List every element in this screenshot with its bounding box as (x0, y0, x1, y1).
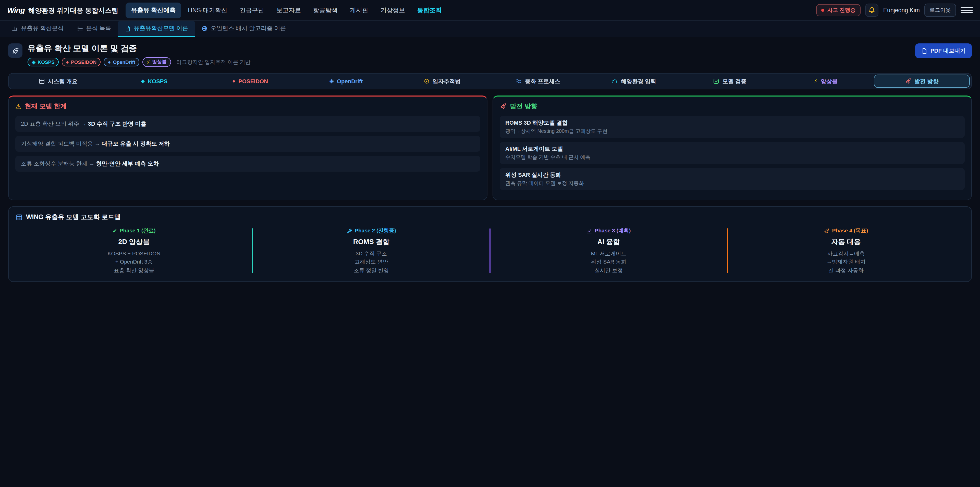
tab-label: 유출유확산모델 이론 (134, 24, 188, 32)
check-square-icon (713, 78, 719, 84)
nav-item-hns-diffusion[interactable]: HNS·대기확산 (182, 2, 233, 18)
nav-item-emergency-rescue[interactable]: 긴급구난 (234, 2, 270, 18)
incident-label: 사고 진행중 (827, 6, 856, 14)
dot-icon: ● (108, 59, 111, 65)
phase-2: Phase 2 (진행중) ROMS 결합 3D 수직 구조 고해상도 연안 조… (253, 227, 490, 274)
app-logo[interactable]: Wing 해양환경 위기대응 통합시스템 (7, 5, 118, 15)
badge-label: POSEIDON (71, 59, 97, 65)
section-nav-label: KOSPS (148, 78, 167, 84)
lightning-icon: ⚡ (814, 79, 818, 84)
section-nav-ocean-environment-input[interactable]: 해양환경 입력 (586, 73, 682, 89)
nav-item-reports[interactable]: 보고자료 (271, 2, 307, 18)
current-limitations-panel: ⚠ 현재 모델 한계 2D 표층 확산 모의 위주 → 3D 수직 구조 반영 … (8, 96, 487, 200)
limitation-strong: 항만·연안 세부 예측 오차 (96, 160, 159, 166)
tab-oil-fence-algorithm-theory[interactable]: 오일펜스 배치 알고리즘 이론 (195, 21, 293, 37)
cloud-icon (612, 78, 618, 84)
section-nav-ensemble[interactable]: ⚡ 앙상블 (778, 73, 874, 89)
future-item-desc: 관측 유막 데이터 모델 보정 자동화 (505, 180, 959, 187)
notifications-button[interactable] (865, 3, 879, 17)
limitation-item: 2D 표층 확산 모의 위주 → 3D 수직 구조 반영 미흡 (15, 116, 480, 132)
section-nav-future-direction[interactable]: 발전 방향 (874, 75, 970, 88)
section-nav-poseidon[interactable]: ● POSEIDON (202, 73, 298, 89)
tab-label: 유출유 확산분석 (21, 24, 64, 32)
badge-ensemble: ⚡ 앙상블 (142, 57, 171, 67)
section-nav-model-validation[interactable]: 모델 검증 (682, 73, 778, 89)
limitation-text: 조류 조화상수 분해능 한계 → (21, 160, 96, 166)
nav-item-board[interactable]: 게시판 (344, 2, 374, 18)
phase-4-label-row: Phase 4 (목표) (731, 227, 961, 235)
topbar-right: 사고 진행중 Eunjeong Kim 로그아웃 (816, 3, 973, 17)
chart-line-icon (587, 228, 592, 234)
content-panels: ⚠ 현재 모델 한계 2D 표층 확산 모의 위주 → 3D 수직 구조 반영 … (8, 96, 972, 200)
phase-1-label-row: ✔ Phase 1 (완료) (19, 227, 249, 235)
future-header: 발전 방향 (500, 102, 965, 111)
bell-icon (869, 6, 876, 14)
limitation-text: 기상해양 결합 피드백 미적용 → (21, 141, 102, 147)
phase-title: 자동 대응 (731, 238, 961, 247)
section-nav-particle-tracking[interactable]: 입자추적법 (394, 73, 490, 89)
rocket-icon (905, 78, 912, 84)
nav-item-aerial-search[interactable]: 항공탐색 (307, 2, 343, 18)
page-title-block: 유출유 확산 모델 이론 및 검증 ◆ KOSPS ● POSEIDON ● O… (27, 43, 251, 67)
grid-chart-icon (16, 214, 22, 220)
pdf-export-button[interactable]: PDF 내보내기 (915, 43, 972, 58)
system-title: 해양환경 위기대응 통합시스템 (28, 6, 118, 15)
ring-dot-icon: ◉ (329, 79, 334, 84)
warning-icon: ⚠ (15, 103, 21, 110)
check-icon: ✔ (112, 228, 117, 234)
badge-poseidon: ● POSEIDON (62, 58, 100, 66)
badge-label: OpenDrift (113, 59, 135, 65)
badge-opendrift: ● OpenDrift (103, 58, 139, 66)
phase-2-label-row: Phase 2 (진행중) (256, 227, 487, 235)
future-item: ROMS 3D 해양모델 결합 광역→상세역 Nesting 200m급 고해상… (500, 116, 965, 138)
phase-line: 표층 확산 앙상블 (19, 266, 249, 274)
logout-button[interactable]: 로그아웃 (924, 3, 956, 17)
badge-kosps: ◆ KOSPS (27, 58, 59, 66)
section-nav: 시스템 개요 ◆ KOSPS ● POSEIDON ◉ OpenDrift 입자… (8, 73, 972, 89)
tab-analysis-list[interactable]: 분석 목록 (70, 21, 118, 37)
page-header-left: 유출유 확산 모델 이론 및 검증 ◆ KOSPS ● POSEIDON ● O… (8, 43, 251, 67)
lightning-icon: ⚡ (146, 59, 150, 65)
phase-line: 사고감지→예측 (731, 249, 961, 258)
limitations-header: ⚠ 현재 모델 한계 (15, 102, 480, 111)
nav-item-weather-info[interactable]: 기상정보 (375, 2, 410, 18)
phase-1: ✔ Phase 1 (완료) 2D 앙상블 KOSPS + POSEIDON +… (16, 227, 252, 274)
doc-icon (921, 48, 928, 54)
phase-title: 2D 앙상블 (19, 238, 249, 247)
wing-logo: Wing (7, 5, 25, 14)
nav-item-oil-spill-prediction[interactable]: 유출유 확산예측 (126, 2, 181, 18)
section-nav-label: 입자추적법 (433, 77, 461, 85)
future-direction-panel: 발전 방향 ROMS 3D 해양모델 결합 광역→상세역 Nesting 200… (493, 96, 972, 200)
page-subtitle: 라그랑지안 입자추적 이론 기반 (177, 59, 251, 65)
hamburger-menu-button[interactable] (961, 5, 973, 15)
pdf-button-label: PDF 내보내기 (931, 47, 966, 55)
topbar: Wing 해양환경 위기대응 통합시스템 유출유 확산예측 HNS·대기확산 긴… (0, 0, 980, 21)
phase-title: AI 융합 (493, 238, 724, 247)
phase-line: + OpenDrift 3종 (19, 258, 249, 266)
section-nav-kosps[interactable]: ◆ KOSPS (106, 73, 202, 89)
wave-icon (516, 78, 522, 84)
future-item-desc: 수치모델 학습 기반 수초 내 근사 예측 (505, 154, 959, 161)
phase-line: →방제자원 배치 (731, 258, 961, 266)
incident-status-badge[interactable]: 사고 진행중 (816, 4, 861, 16)
section-nav-weathering-process[interactable]: 풍화 프로세스 (490, 73, 586, 89)
incident-dot-icon (821, 9, 824, 12)
dot-icon: ● (232, 79, 235, 84)
section-nav-label: 앙상블 (821, 77, 838, 85)
roadmap-header: WING 유출유 모델 고도화 로드맵 (16, 213, 964, 222)
page-header: 유출유 확산 모델 이론 및 검증 ◆ KOSPS ● POSEIDON ● O… (0, 37, 980, 70)
limitation-strong: 3D 수직 구조 반영 미흡 (88, 121, 146, 127)
phase-line: KOSPS + POSEIDON (19, 249, 249, 258)
phase-3-label-row: Phase 3 (계획) (493, 227, 724, 235)
tab-oil-spill-analysis[interactable]: 유출유 확산분석 (5, 21, 70, 37)
badge-label: KOSPS (38, 59, 55, 65)
app-viewport: Wing 해양환경 위기대응 통합시스템 유출유 확산예측 HNS·대기확산 긴… (0, 0, 980, 487)
section-nav-system-overview[interactable]: 시스템 개요 (10, 73, 106, 89)
section-nav-label: OpenDrift (337, 78, 363, 84)
section-nav-opendrift[interactable]: ◉ OpenDrift (298, 73, 394, 89)
section-nav-label: 해양환경 입력 (621, 77, 656, 85)
rocket-icon (824, 228, 829, 234)
tab-label: 오일펜스 배치 알고리즘 이론 (210, 24, 286, 32)
nav-item-integrated-search[interactable]: 통합조회 (412, 2, 447, 18)
tab-diffusion-model-theory[interactable]: 유출유확산모델 이론 (118, 21, 195, 37)
